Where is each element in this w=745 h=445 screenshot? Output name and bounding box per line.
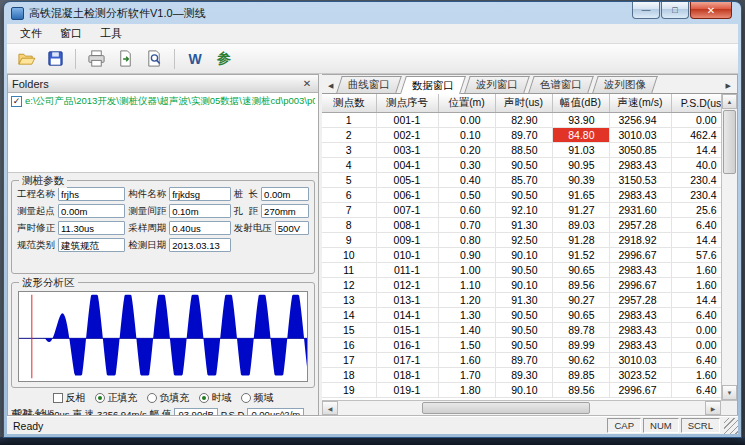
- param-value-field[interactable]: 500V: [275, 221, 309, 235]
- horizontal-scroll-track[interactable]: [338, 401, 705, 415]
- psd-label: P.S.D: [221, 409, 245, 416]
- title-bar[interactable]: 高铁混凝土检测分析软件V1.0—测线 — □ ✕: [7, 2, 738, 24]
- scroll-up-icon[interactable]: ▲: [722, 94, 737, 109]
- open-file-button[interactable]: [13, 47, 39, 71]
- tab-scroll-left-icon[interactable]: ◀: [324, 82, 337, 93]
- table-cell: 17: [322, 352, 376, 367]
- table-row[interactable]: 15015-11.4090.5089.782983.430.00: [322, 322, 721, 337]
- table-row[interactable]: 4004-10.3090.5090.952983.4340.0: [322, 157, 721, 172]
- param-value-field[interactable]: 270mm: [261, 204, 309, 218]
- data-table: 测点数 测点序号 位置(m) 声时(us) 幅值(dB) 声速(m/s) P.S…: [322, 94, 721, 398]
- freq-domain-radio[interactable]: 频域: [241, 391, 274, 405]
- minimize-button[interactable]: —: [632, 2, 660, 19]
- table-cell: 6.40: [671, 352, 721, 367]
- table-row[interactable]: 18018-11.7089.3089.853023.521.60: [322, 367, 721, 382]
- param-value-field[interactable]: 11.30us: [58, 221, 125, 235]
- column-header[interactable]: 测点数: [322, 94, 376, 112]
- folder-tree[interactable]: ✓ e:\公司产品\2013开发\测桩仪器\超声波\实测05数据\速测桩cd\p…: [8, 93, 318, 173]
- param-label: 采样周期: [128, 222, 166, 235]
- table-cell: 0.00: [438, 112, 495, 127]
- table-row[interactable]: 16016-11.5090.5089.992983.430.00: [322, 337, 721, 352]
- table-row[interactable]: 10010-10.9090.1091.522996.6757.6: [322, 247, 721, 262]
- table-row[interactable]: 11011-11.0090.5090.652983.431.60: [322, 262, 721, 277]
- table-row[interactable]: 5005-10.4085.7090.393150.53230.4: [322, 172, 721, 187]
- window-title: 高铁混凝土检测分析软件V1.0—测线: [29, 6, 206, 21]
- tab-curve-window[interactable]: 曲线窗口: [337, 76, 403, 93]
- fill-negative-radio[interactable]: 负填充: [147, 391, 190, 405]
- scroll-down-icon[interactable]: ▼: [722, 385, 737, 400]
- param-label: 构件名称: [128, 188, 166, 201]
- menu-tools[interactable]: 工具: [91, 24, 131, 43]
- menu-file[interactable]: 文件: [11, 24, 51, 43]
- param-value-field[interactable]: frjkdsg: [169, 187, 231, 201]
- tab-spectrum-window[interactable]: 色谱窗口: [529, 76, 595, 93]
- vertical-scroll-track[interactable]: [722, 175, 737, 385]
- table-cell: 91.28: [552, 232, 609, 247]
- param-value-field[interactable]: 0.40us: [169, 221, 231, 235]
- table-cell: 2983.43: [609, 262, 671, 277]
- fill-positive-radio[interactable]: 正填充: [95, 391, 138, 405]
- table-row[interactable]: 14014-11.3090.5090.652983.436.40: [322, 307, 721, 322]
- column-header[interactable]: 声时(us): [495, 94, 552, 112]
- table-cell: 006-1: [376, 187, 438, 202]
- table-row[interactable]: 19019-11.8090.1089.562996.676.40: [322, 382, 721, 397]
- waveform-plot[interactable]: [18, 291, 308, 382]
- column-header[interactable]: P.S.D(us: [671, 94, 721, 112]
- table-row[interactable]: 12012-11.1090.1089.562996.671.60: [322, 277, 721, 292]
- table-row[interactable]: 7007-10.6092.1091.272931.6025.6: [322, 202, 721, 217]
- parameter-button[interactable]: 参: [211, 47, 237, 71]
- close-button[interactable]: ✕: [690, 2, 732, 19]
- scroll-right-icon[interactable]: ▶: [705, 401, 721, 415]
- tree-checkbox-icon[interactable]: ✓: [11, 96, 22, 107]
- vertical-scroll-thumb[interactable]: [723, 110, 736, 174]
- horizontal-scroll-thumb[interactable]: [422, 402, 590, 414]
- table-row[interactable]: 13013-11.2091.3090.272957.2814.4: [322, 292, 721, 307]
- resize-grip[interactable]: [724, 418, 738, 434]
- save-button[interactable]: [42, 47, 68, 71]
- toolbar: W 参: [7, 44, 738, 74]
- param-value-field[interactable]: 0.00m: [261, 187, 309, 201]
- table-row[interactable]: 1001-10.0082.9093.903256.940.00: [322, 112, 721, 127]
- table-row[interactable]: 9009-10.8092.5091.282918.9214.4: [322, 232, 721, 247]
- time-domain-radio[interactable]: 时域: [199, 391, 232, 405]
- word-report-button[interactable]: W: [182, 47, 208, 71]
- table-cell: 19: [322, 382, 376, 397]
- param-value-field[interactable]: 0.10m: [169, 204, 231, 218]
- column-header[interactable]: 位置(m): [438, 94, 495, 112]
- column-header[interactable]: 声速(m/s): [609, 94, 671, 112]
- print-button[interactable]: [83, 47, 109, 71]
- table-row[interactable]: 2002-10.1089.7084.803010.03462.4: [322, 127, 721, 142]
- column-header[interactable]: 幅值(dB): [552, 94, 609, 112]
- maximize-button[interactable]: □: [661, 2, 689, 19]
- table-row[interactable]: 17017-11.6089.7090.623010.036.40: [322, 352, 721, 367]
- param-value-field[interactable]: 0.00m: [58, 204, 125, 218]
- export-button[interactable]: [112, 47, 138, 71]
- menu-window[interactable]: 窗口: [51, 24, 91, 43]
- invert-checkbox[interactable]: 反相: [53, 391, 86, 405]
- column-header[interactable]: 测点序号: [376, 94, 438, 112]
- table-cell: 2996.67: [609, 382, 671, 397]
- tree-item[interactable]: ✓ e:\公司产品\2013开发\测桩仪器\超声波\实测05数据\速测桩cd\p…: [11, 95, 315, 108]
- table-cell: 0.10: [438, 127, 495, 142]
- table-cell: 90.50: [495, 337, 552, 352]
- tab-scroll-right-icon[interactable]: ▶: [722, 82, 735, 93]
- print-preview-button[interactable]: [141, 47, 167, 71]
- table-row[interactable]: 3003-10.2088.5091.033050.8514.4: [322, 142, 721, 157]
- tab-data-window[interactable]: 数据窗口: [400, 76, 466, 94]
- scroll-left-icon[interactable]: ◀: [322, 401, 338, 415]
- tab-wave-train-window[interactable]: 波列窗口: [465, 76, 531, 93]
- table-cell: 462.4: [671, 127, 721, 142]
- table-cell: 016-1: [376, 337, 438, 352]
- table-row[interactable]: 6006-10.5090.5091.652983.43230.4: [322, 187, 721, 202]
- table-cell: 3256.94: [609, 112, 671, 127]
- table-row[interactable]: 8008-10.7091.3089.032957.286.40: [322, 217, 721, 232]
- horizontal-scrollbar[interactable]: ◀ ▶: [322, 400, 737, 415]
- vertical-scrollbar[interactable]: ▲ ▼: [721, 94, 737, 400]
- tab-wave-image[interactable]: 波列图像: [593, 76, 659, 93]
- radio-icon: [241, 393, 251, 403]
- param-value-field[interactable]: 建筑规范: [58, 238, 125, 252]
- table-cell: 1.10: [438, 277, 495, 292]
- panel-close-icon[interactable]: ✕: [300, 78, 314, 89]
- param-value-field[interactable]: frjhs: [58, 187, 125, 201]
- param-value-field[interactable]: 2013.03.13: [169, 238, 231, 252]
